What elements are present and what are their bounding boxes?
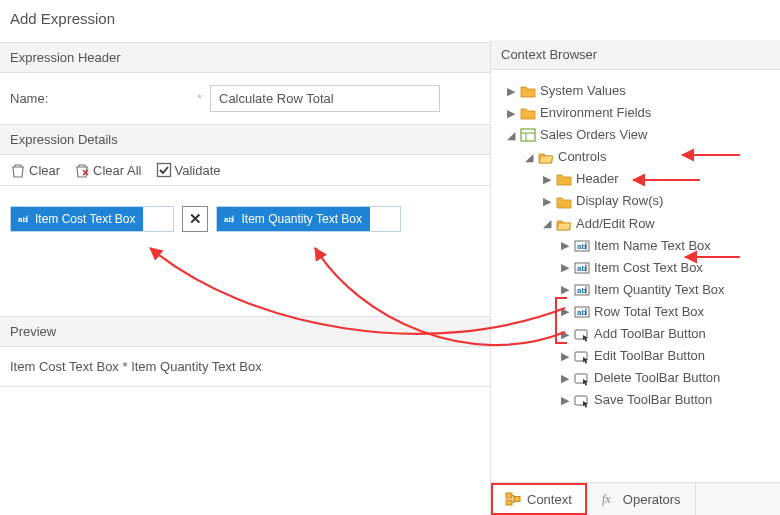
tree-node-item-cost[interactable]: ▶Item Cost Text Box bbox=[559, 257, 776, 279]
folder-icon bbox=[556, 171, 572, 187]
expand-icon[interactable]: ▶ bbox=[559, 351, 570, 362]
folder-icon bbox=[520, 105, 536, 121]
tree-node-add-toolbar[interactable]: ▶Add ToolBar Button bbox=[559, 323, 776, 345]
tree-node-environment-fields[interactable]: ▶Environment Fields bbox=[505, 102, 776, 124]
folder-icon bbox=[520, 83, 536, 99]
tree-node-controls[interactable]: ◢Controls bbox=[523, 146, 776, 168]
operator-multiply[interactable]: ✕ bbox=[182, 206, 208, 232]
expand-icon[interactable]: ▶ bbox=[505, 108, 516, 119]
expand-icon[interactable]: ▶ bbox=[559, 306, 570, 317]
tree-node-save-toolbar[interactable]: ▶Save ToolBar Button bbox=[559, 389, 776, 411]
tree-node-edit-toolbar[interactable]: ▶Edit ToolBar Button bbox=[559, 345, 776, 367]
folder-open-icon bbox=[556, 216, 572, 232]
textbox-icon bbox=[574, 304, 590, 320]
collapse-icon[interactable]: ◢ bbox=[505, 130, 516, 141]
expand-icon[interactable]: ▶ bbox=[541, 174, 552, 185]
button-icon bbox=[574, 370, 590, 386]
expand-icon[interactable]: ▶ bbox=[559, 373, 570, 384]
section-expression-details: Expression Details bbox=[0, 124, 490, 155]
expression-token-item-cost[interactable]: Item Cost Text Box bbox=[10, 206, 174, 232]
view-icon bbox=[520, 127, 536, 143]
expand-icon[interactable]: ▶ bbox=[559, 262, 570, 273]
tree-node-sales-orders-view[interactable]: ◢Sales Orders View bbox=[505, 124, 776, 146]
textbox-icon bbox=[15, 211, 31, 227]
context-tree: ▶System Values ▶Environment Fields ◢Sale… bbox=[491, 70, 780, 417]
expand-icon[interactable]: ▶ bbox=[559, 329, 570, 340]
section-expression-header: Expression Header bbox=[0, 42, 490, 73]
clear-all-button[interactable]: Clear All bbox=[74, 162, 141, 178]
tree-node-display-rows[interactable]: ▶Display Row(s) bbox=[541, 190, 776, 212]
trash-icon bbox=[10, 162, 26, 178]
expression-token-item-quantity[interactable]: Item Quantity Text Box bbox=[216, 206, 401, 232]
fx-icon bbox=[601, 491, 617, 507]
folder-open-icon bbox=[538, 149, 554, 165]
clear-button[interactable]: Clear bbox=[10, 162, 60, 178]
expand-icon[interactable]: ▶ bbox=[559, 395, 570, 406]
expand-icon[interactable]: ▶ bbox=[541, 196, 552, 207]
collapse-icon[interactable]: ◢ bbox=[523, 152, 534, 163]
textbox-icon bbox=[221, 211, 237, 227]
expand-icon[interactable]: ▶ bbox=[559, 240, 570, 251]
collapse-icon[interactable]: ◢ bbox=[541, 218, 552, 229]
textbox-icon bbox=[574, 238, 590, 254]
tree-node-row-total[interactable]: ▶Row Total Text Box bbox=[559, 301, 776, 323]
textbox-icon bbox=[574, 260, 590, 276]
button-icon bbox=[574, 326, 590, 342]
expand-icon[interactable]: ▶ bbox=[505, 86, 516, 97]
section-context-browser: Context Browser bbox=[491, 40, 780, 70]
folder-icon bbox=[556, 194, 572, 210]
tab-context[interactable]: Context bbox=[491, 483, 587, 515]
preview-text: Item Cost Text Box * Item Quantity Text … bbox=[0, 347, 490, 387]
validate-button[interactable]: Validate bbox=[156, 162, 221, 178]
textbox-icon bbox=[574, 282, 590, 298]
tree-node-header[interactable]: ▶Header bbox=[541, 168, 776, 190]
name-input[interactable] bbox=[210, 85, 440, 112]
button-icon bbox=[574, 392, 590, 408]
expression-canvas[interactable]: Item Cost Text Box ✕ Item Quantity Text … bbox=[0, 186, 490, 316]
expand-icon[interactable]: ▶ bbox=[559, 284, 570, 295]
trash-x-icon bbox=[74, 162, 90, 178]
tree-node-item-name[interactable]: ▶Item Name Text Box bbox=[559, 235, 776, 257]
tab-operators[interactable]: Operators bbox=[587, 483, 696, 515]
required-star-icon: * bbox=[197, 91, 202, 106]
section-preview: Preview bbox=[0, 316, 490, 347]
tree-node-system-values[interactable]: ▶System Values bbox=[505, 80, 776, 102]
tree-node-delete-toolbar[interactable]: ▶Delete ToolBar Button bbox=[559, 367, 776, 389]
name-label: Name:* bbox=[10, 91, 210, 106]
button-icon bbox=[574, 348, 590, 364]
dialog-title: Add Expression bbox=[0, 0, 490, 42]
context-icon bbox=[505, 491, 521, 507]
tree-node-item-quantity[interactable]: ▶Item Quantity Text Box bbox=[559, 279, 776, 301]
check-icon bbox=[156, 162, 172, 178]
tree-node-add-edit-row[interactable]: ◢Add/Edit Row bbox=[541, 213, 776, 235]
